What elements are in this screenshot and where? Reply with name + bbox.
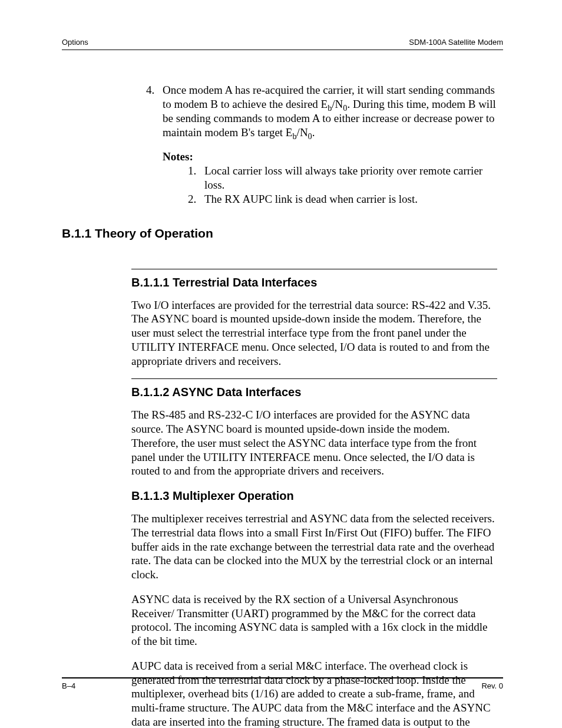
heading-b-1-1-2: B.1.1.2 ASYNC Data Interfaces [131,385,497,400]
heading-b-1-1-1: B.1.1.1 Terrestrial Data Interfaces [131,275,497,290]
running-header: Options SDM-100A Satellite Modem [62,38,503,50]
section-rule [131,269,497,269]
paragraph: Two I/O interfaces are provided for the … [131,298,497,368]
paragraph: The RS-485 and RS-232-C I/O interfaces a… [131,408,497,478]
footer-revision: Rev. 0 [481,681,503,691]
list-item-text: Once modem A has re-acquired the carrier… [163,83,497,139]
section-b-1-1-3: B.1.1.3 Multiplexer Operation The multip… [131,489,497,728]
paragraph: AUPC data is received from a serial M&C … [131,659,497,728]
section-b-1-1-1: B.1.1.1 Terrestrial Data Interfaces Two … [131,269,497,368]
list-item-4: 4. Once modem A has re-acquired the carr… [146,83,497,139]
notes-label: Notes: [163,150,503,164]
list-item-number: 4. [146,83,163,139]
paragraph: The multiplexer receives terrestrial and… [131,512,497,582]
footer-page-number: B–4 [62,681,75,691]
section-rule [131,378,497,379]
heading-b-1-1-3: B.1.1.3 Multiplexer Operation [131,489,497,503]
page: Options SDM-100A Satellite Modem 4. Once… [0,0,562,728]
header-right: SDM-100A Satellite Modem [409,38,503,47]
running-footer: B–4 Rev. 0 [62,677,503,691]
section-b-1-1-2: B.1.1.2 ASYNC Data Interfaces The RS-485… [131,378,497,478]
note-line-2: 2. The RX AUPC link is dead when carrier… [188,192,503,206]
note-number: 2. [188,192,204,206]
note-number: 1. [188,164,204,192]
header-left: Options [62,38,88,47]
paragraph: ASYNC data is received by the RX section… [131,592,497,648]
note-line-1: 1. Local carrier loss will always take p… [188,164,503,192]
note-text: Local carrier loss will always take prio… [204,164,503,192]
heading-b-1-1: B.1.1 Theory of Operation [62,226,503,241]
note-text: The RX AUPC link is dead when carrier is… [204,192,503,206]
notes-block: Notes: 1. Local carrier loss will always… [163,150,503,206]
